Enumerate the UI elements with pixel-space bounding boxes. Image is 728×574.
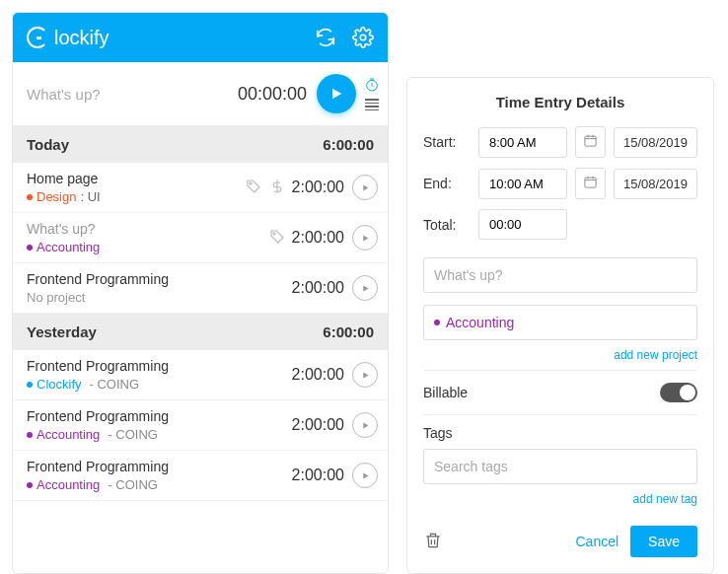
timer-description-input[interactable]: [27, 86, 238, 103]
start-timer-button[interactable]: [317, 74, 356, 113]
dollar-icon[interactable]: [268, 178, 286, 198]
tag-icon[interactable]: [268, 228, 286, 249]
play-icon[interactable]: [352, 412, 378, 438]
play-icon[interactable]: [352, 362, 378, 388]
manual-mode-icon[interactable]: [365, 99, 379, 110]
play-icon[interactable]: [352, 463, 378, 488]
start-calendar-icon[interactable]: [575, 126, 606, 158]
start-label: Start:: [423, 134, 471, 150]
add-project-link[interactable]: add new project: [614, 348, 697, 362]
clock-icon: [27, 27, 48, 48]
project-select[interactable]: Accounting: [423, 305, 697, 340]
add-tag-link[interactable]: add new tag: [633, 492, 697, 506]
end-calendar-icon[interactable]: [575, 168, 606, 199]
billable-label: Billable: [423, 385, 468, 400]
brand-logo: lockify: [27, 27, 109, 49]
time-entry-row[interactable]: Frontend ProgrammingClockify - COING2:00…: [13, 350, 388, 400]
tags-search-input[interactable]: [423, 449, 697, 484]
time-entry-row[interactable]: Frontend ProgrammingAccounting - COING2:…: [13, 451, 388, 501]
project-name: Accounting: [446, 315, 514, 330]
billable-toggle[interactable]: [660, 383, 697, 402]
sync-icon[interactable]: [315, 27, 336, 48]
svg-point-2: [249, 181, 251, 183]
section-header: Today6:00:00: [13, 126, 388, 163]
time-entry-row[interactable]: What's up?Accounting2:00:00: [13, 213, 388, 263]
timer-duration: 00:00:00: [238, 84, 307, 105]
timer-mode-icon[interactable]: [364, 77, 380, 96]
timer-row: 00:00:00: [13, 62, 388, 126]
start-time-input[interactable]: [478, 127, 567, 158]
play-icon[interactable]: [352, 275, 378, 301]
svg-rect-4: [585, 136, 596, 146]
project-dot-icon: [434, 320, 440, 325]
brand-text: lockify: [54, 27, 109, 49]
end-time-input[interactable]: [478, 169, 567, 199]
total-input[interactable]: [478, 209, 567, 240]
app-header: lockify: [13, 13, 388, 62]
play-icon[interactable]: [352, 175, 378, 200]
time-entry-row[interactable]: Home pageDesign: UI2:00:00: [13, 163, 388, 213]
play-icon[interactable]: [352, 225, 378, 251]
svg-point-3: [272, 232, 274, 234]
detail-panel: Time Entry Details Start: 15/08/2019 End…: [406, 77, 714, 574]
time-entry-row[interactable]: Frontend ProgrammingNo project2:00:00: [13, 263, 388, 314]
entries-list: Today6:00:00Home pageDesign: UI2:00:00Wh…: [13, 126, 388, 501]
svg-point-0: [360, 35, 366, 40]
time-entry-row[interactable]: Frontend ProgrammingAccounting - COING2:…: [13, 400, 388, 451]
tracker-panel: lockify 00:00:00 Today: [12, 12, 389, 574]
cancel-button[interactable]: Cancel: [575, 534, 619, 549]
section-header: Yesterday6:00:00: [13, 314, 388, 350]
total-label: Total:: [423, 217, 471, 233]
end-date[interactable]: 15/08/2019: [614, 169, 697, 199]
start-date[interactable]: 15/08/2019: [614, 127, 697, 158]
end-label: End:: [423, 176, 471, 191]
detail-heading: Time Entry Details: [423, 78, 697, 126]
trash-icon[interactable]: [423, 531, 443, 553]
tags-label: Tags: [423, 414, 697, 449]
tag-icon[interactable]: [245, 178, 262, 198]
gear-icon[interactable]: [352, 27, 374, 48]
svg-rect-5: [585, 178, 596, 187]
detail-description-input[interactable]: [423, 257, 697, 293]
save-button[interactable]: Save: [630, 526, 697, 557]
